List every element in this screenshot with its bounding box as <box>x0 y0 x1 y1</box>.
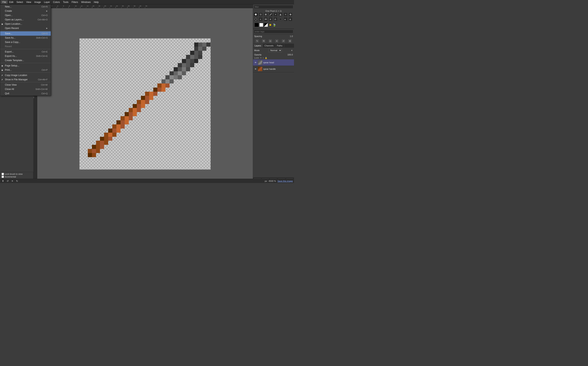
brush-refresh-icon[interactable]: ↺ <box>282 39 285 43</box>
incremental-checkbox[interactable] <box>1 175 4 178</box>
spacing-value: 1.0 <box>290 35 293 38</box>
brush-cell[interactable] <box>284 13 288 16</box>
save-image-button[interactable]: Save this image <box>277 180 293 182</box>
brush-paste-icon[interactable]: ⊡ <box>268 39 272 43</box>
brush-filter-input[interactable] <box>254 5 293 9</box>
menu-view[interactable]: View <box>24 0 33 4</box>
svg-rect-79 <box>100 145 104 149</box>
brush-cell[interactable] <box>279 13 283 16</box>
svg-text:10: 10 <box>75 5 77 7</box>
pixel-art-canvas[interactable] <box>80 38 211 169</box>
lock-all-icon[interactable]: 🔒 <box>265 57 267 59</box>
menu-save-as[interactable]: Save As...Shift+Ctrl+S <box>0 36 51 40</box>
brush-delete-icon[interactable]: ✕ <box>275 39 279 43</box>
export-icon[interactable]: ⬆ <box>1 179 5 183</box>
menu-open-layers[interactable]: Open as Layers...Ctrl+Alt+O <box>0 17 51 22</box>
menu-filters[interactable]: Filters <box>70 0 80 4</box>
menu-show-file-manager[interactable]: ✗ Show in File ManagerCtrl+Alt+F <box>0 77 51 82</box>
svg-rect-78 <box>96 145 100 149</box>
tab-channels[interactable]: Channels <box>263 44 275 47</box>
brush-cell[interactable] <box>259 13 263 16</box>
svg-rect-86 <box>104 133 108 137</box>
cancel-icon[interactable]: ✕ <box>11 179 14 183</box>
black-swatch[interactable] <box>255 23 259 27</box>
brush-cell[interactable]: ◈ <box>284 17 288 21</box>
svg-text:30: 30 <box>134 5 135 7</box>
svg-text:24: 24 <box>116 5 118 7</box>
svg-text:4: 4 <box>57 5 58 7</box>
menu-create-template[interactable]: Create Template... <box>0 58 51 62</box>
unit-label: px <box>265 180 267 182</box>
brush-cell[interactable]: ⁂ <box>274 17 277 21</box>
menu-quit[interactable]: QuitCtrl+Q <box>0 91 51 96</box>
menu-print[interactable]: ◉ Print...Ctrl+P <box>0 68 51 72</box>
menu-file[interactable]: File <box>1 0 8 4</box>
tags-input[interactable] <box>254 30 293 33</box>
brush-cell[interactable] <box>264 17 268 21</box>
menu-new[interactable]: New...Ctrl+N <box>0 5 51 9</box>
layer-visibility-eye[interactable]: 👁 <box>254 61 257 64</box>
right-panel: One Pixel (1 × 1) <box>253 4 294 183</box>
leaf-icon[interactable]: 🍃 <box>273 23 276 26</box>
menu-tools[interactable]: Tools <box>61 0 70 4</box>
brush-cell[interactable] <box>274 13 277 16</box>
menu-open-location[interactable]: ◉ Open Location... <box>0 22 51 26</box>
svg-rect-90 <box>112 129 116 133</box>
menu-save[interactable]: Save...Ctrl+S <box>0 31 51 36</box>
brush-menu-icon[interactable]: ☰ <box>288 39 292 43</box>
menu-page-setup[interactable]: ◉ Page Setup... <box>0 63 51 68</box>
white-swatch[interactable] <box>259 23 263 27</box>
menu-open-recent[interactable]: Open Recent <box>0 26 51 30</box>
svg-rect-121 <box>161 88 166 92</box>
lock-position-icon[interactable]: ⊹ <box>262 57 264 59</box>
menu-close-view[interactable]: Close ViewCtrl+W <box>0 83 51 87</box>
svg-rect-176 <box>279 18 282 20</box>
undo-icon[interactable]: ↺ <box>6 179 9 183</box>
menu-close-all[interactable]: Close AllShift+Ctrl+W <box>0 87 51 91</box>
layer-item-spear-head[interactable]: 👁 spear head <box>253 59 294 66</box>
brush-cell[interactable] <box>289 13 292 16</box>
menu-select[interactable]: Select <box>15 0 24 4</box>
menu-layer[interactable]: Layer <box>43 0 52 4</box>
mode-dropdown[interactable]: Normal Multiply Screen Overlay <box>268 48 282 52</box>
svg-point-163 <box>260 14 261 15</box>
svg-rect-72 <box>88 153 92 157</box>
brush-cell[interactable] <box>254 17 258 21</box>
svg-rect-116 <box>145 92 149 96</box>
brush-cell[interactable]: ✿ <box>289 17 292 21</box>
svg-rect-111 <box>141 100 145 104</box>
lock-pixel-icon[interactable]: ✏ <box>260 57 262 59</box>
brush-edit-icon[interactable]: ✎ <box>255 39 259 43</box>
menu-open[interactable]: Open...Ctrl+O <box>0 13 51 17</box>
brush-cell[interactable]: ❋ <box>269 17 273 21</box>
tab-paths[interactable]: Paths <box>275 44 284 47</box>
menu-copy-image-location[interactable]: ✗ Copy Image Location <box>0 73 51 77</box>
menu-colors[interactable]: Colors <box>52 0 61 4</box>
menu-windows[interactable]: Windows <box>80 0 92 4</box>
brush-cell[interactable] <box>269 13 273 16</box>
tab-layers[interactable]: Layers <box>253 44 263 47</box>
redo-icon[interactable]: ↻ <box>15 179 19 183</box>
svg-text:✿: ✿ <box>290 18 291 20</box>
menu-edit[interactable]: Edit <box>8 0 15 4</box>
menu-image[interactable]: Image <box>33 0 42 4</box>
lock-brush-checkbox[interactable] <box>1 173 4 175</box>
star-icon[interactable]: ★ <box>269 23 272 27</box>
menu-save-copy[interactable]: Save a Copy... <box>0 40 51 44</box>
brush-cell[interactable]: ✦ <box>259 17 263 21</box>
brush-cell[interactable] <box>279 17 283 21</box>
svg-rect-92 <box>112 124 116 129</box>
svg-rect-144 <box>182 59 186 63</box>
brush-copy-icon[interactable]: ⧉ <box>262 39 266 43</box>
menu-help[interactable]: Help <box>92 0 100 4</box>
brush-cell[interactable] <box>264 13 268 16</box>
brush-cell[interactable] <box>254 13 258 16</box>
menu-export[interactable]: Export...Ctrl+E <box>0 50 51 54</box>
menu-export-as[interactable]: Export As...Shift+Ctrl+E <box>0 54 51 58</box>
svg-rect-109 <box>141 104 145 108</box>
layer-item-spear-handle[interactable]: 👁 spear handle <box>253 66 294 72</box>
svg-rect-117 <box>149 92 153 96</box>
layer-visibility-eye-2[interactable]: 👁 <box>254 68 257 70</box>
gradient-swatch[interactable] <box>264 23 268 27</box>
menu-create[interactable]: Create <box>0 9 51 13</box>
